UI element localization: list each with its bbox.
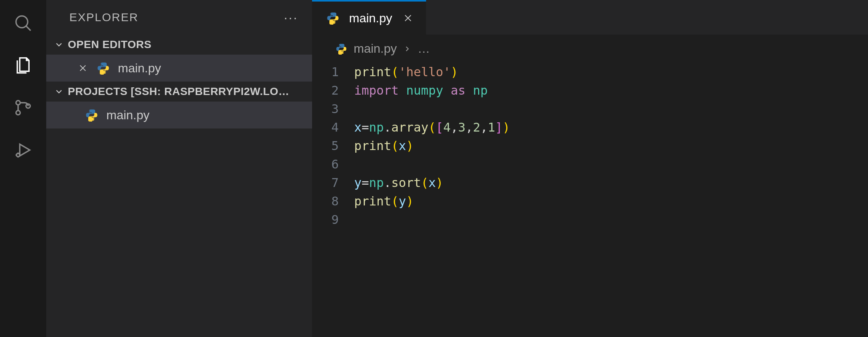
chevron-down-icon [54,40,64,50]
chevron-down-icon [54,87,64,97]
open-editors-section[interactable]: OPEN EDITORS [46,35,312,55]
svg-point-3 [16,111,20,115]
python-file-icon [326,11,340,25]
explorer-header: EXPLORER ··· [46,0,312,35]
explorer-icon[interactable] [12,54,35,77]
open-editor-filename: main.py [118,61,161,75]
workspace-file-item[interactable]: main.py [46,102,312,128]
explorer-sidebar: EXPLORER ··· OPEN EDITORS main.py PROJEC… [46,0,312,337]
code-line [354,155,510,174]
breadcrumb-filename: main.py [354,42,397,56]
tab-filename: main.py [349,11,392,25]
run-debug-icon[interactable] [12,138,35,162]
python-file-icon [96,61,110,75]
breadcrumb-ellipsis: … [418,42,430,56]
close-icon[interactable] [401,12,415,25]
line-gutter: 1 2 3 4 5 6 7 8 9 [320,63,354,229]
svg-point-2 [16,101,20,105]
svg-point-0 [16,16,28,28]
code-content: print('hello') import numpy as np x=np.a… [354,63,510,229]
source-control-icon[interactable] [12,96,35,119]
code-line: print('hello') [354,63,510,81]
code-line: print(y) [354,192,510,210]
svg-line-1 [26,26,31,31]
explorer-title: EXPLORER [69,11,138,24]
tab-bar: main.py [312,0,868,35]
code-line: y=np.sort(x) [354,174,510,192]
workspace-label: PROJECTS [SSH: RASPBERRYPI2W.LO… [68,85,289,98]
close-icon[interactable] [77,63,89,73]
activity-bar [0,0,46,337]
python-file-icon [335,43,348,55]
python-file-icon [85,108,99,122]
open-editor-item[interactable]: main.py [46,55,312,82]
chevron-right-icon [403,45,411,53]
editor-tab[interactable]: main.py [312,0,426,35]
workspace-file-name: main.py [106,108,149,122]
breadcrumb[interactable]: main.py … [312,35,868,63]
code-line: import numpy as np [354,81,510,100]
open-editors-label: OPEN EDITORS [68,38,151,51]
code-editor[interactable]: 1 2 3 4 5 6 7 8 9 print('hello') import … [312,63,868,229]
svg-point-5 [17,153,20,157]
workspace-section[interactable]: PROJECTS [SSH: RASPBERRYPI2W.LO… [46,82,312,102]
search-icon[interactable] [12,12,35,35]
editor-area: main.py main.py … 1 2 3 4 5 6 7 8 9 prin… [312,0,868,337]
code-line: print(x) [354,137,510,155]
code-line: x=np.array([4,3,2,1]) [354,118,510,137]
more-actions-icon[interactable]: ··· [284,10,298,25]
code-line [354,210,510,229]
code-line [354,100,510,118]
